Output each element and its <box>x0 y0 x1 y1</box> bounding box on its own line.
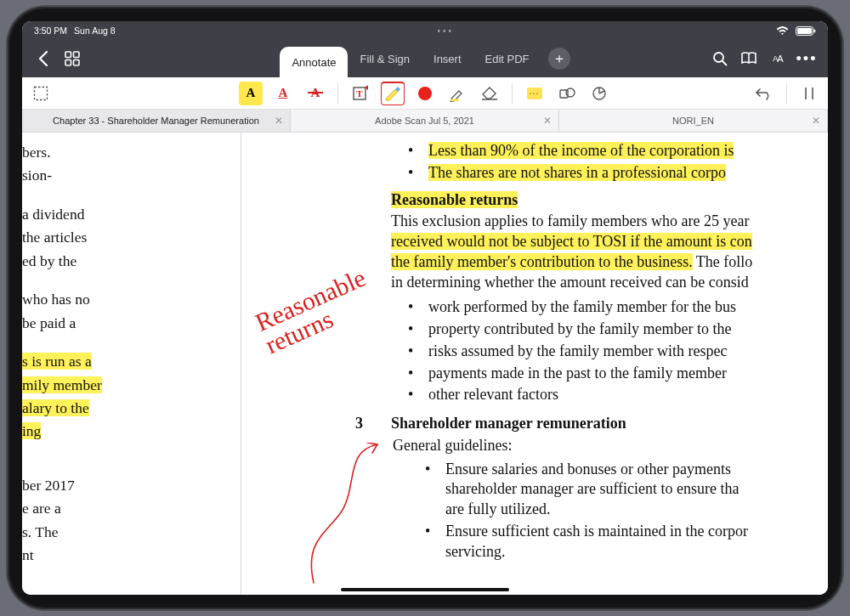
undo-icon[interactable] <box>752 82 776 105</box>
svg-rect-10 <box>35 87 48 99</box>
app-top-bar: Annotate Fill & Sign Insert Edit PDF ＋ A… <box>22 40 828 77</box>
doc-tab-2[interactable]: Adobe Scan Jul 5, 2021 ✕ <box>291 110 559 132</box>
toolbar-divider <box>337 83 338 104</box>
doc-tab-label: Chapter 33 - Shareholder Manager Remuner… <box>53 116 259 126</box>
text-line: received would not be subject to TOSI if… <box>391 233 752 250</box>
search-icon[interactable] <box>706 44 734 73</box>
text-line: bers. <box>22 143 235 162</box>
note-icon[interactable] <box>523 82 547 105</box>
close-icon[interactable]: ✕ <box>275 115 283 127</box>
close-icon[interactable]: ✕ <box>543 115 552 127</box>
add-tab-button[interactable]: ＋ <box>548 48 570 70</box>
text-line: who has no <box>22 290 235 309</box>
eraser-icon[interactable] <box>478 82 502 105</box>
bullet-item: Less than 90% of the income of the corpo… <box>428 141 828 161</box>
highlighter-fill-icon[interactable] <box>445 82 469 105</box>
svg-rect-13 <box>450 99 459 101</box>
toolbar-divider <box>512 83 513 104</box>
text-line: nt <box>22 545 235 565</box>
book-view-icon[interactable] <box>734 44 763 73</box>
close-toolbar-icon[interactable] <box>797 82 821 105</box>
text-line: in determining whether the amount receiv… <box>391 274 749 291</box>
more-icon[interactable]: ••• <box>792 44 821 73</box>
bullet-item: The shares are not shares in a professio… <box>428 163 828 184</box>
heading: Reasonable returns <box>391 190 828 211</box>
left-page-fragment[interactable]: bers. sion- a dividend the articles ed b… <box>22 133 241 595</box>
text-line: sion- <box>22 166 235 185</box>
strikethrough-text-icon[interactable]: A <box>303 82 327 105</box>
workspace[interactable]: bers. sion- a dividend the articles ed b… <box>22 133 828 595</box>
tab-fill-sign[interactable]: Fill & Sign <box>348 40 422 77</box>
text-line: ing <box>22 421 235 441</box>
shape-tool-icon[interactable] <box>555 82 579 105</box>
app-grid-icon[interactable] <box>58 44 87 73</box>
text-line: e are a <box>22 499 235 518</box>
svg-text:T: T <box>356 88 363 99</box>
bullet-item: payments made in the past to the family … <box>428 364 828 384</box>
text-line: ber 2017 <box>22 476 235 495</box>
text-line: the family member's contribution to the … <box>391 253 752 270</box>
text-box-icon[interactable]: T <box>348 82 372 105</box>
svg-rect-3 <box>65 52 71 58</box>
bullet-item: Ensure sufficient cash is maintained in … <box>445 522 828 562</box>
document-tabs: Chapter 33 - Shareholder Manager Remuner… <box>22 110 828 133</box>
text-line: s is run as a <box>22 352 235 371</box>
status-bar: 3:50 PM Sun Aug 8 ••• <box>22 21 828 40</box>
svg-rect-1 <box>797 28 812 34</box>
bullet-item: work performed by the family member for … <box>428 297 828 318</box>
text-size-icon[interactable]: AA <box>763 44 792 73</box>
bullet-item: property contributed by the family membe… <box>428 319 828 340</box>
battery-icon <box>796 26 816 36</box>
bullet-item: Ensure salaries and bonuses or other pay… <box>445 460 828 520</box>
doc-tab-1[interactable]: Chapter 33 - Shareholder Manager Remuner… <box>22 110 291 132</box>
doc-tab-3[interactable]: NORI_EN ✕ <box>559 110 828 132</box>
svg-rect-5 <box>65 60 71 66</box>
pie-shape-icon[interactable] <box>587 82 611 105</box>
svg-rect-6 <box>74 60 80 66</box>
highlight-text-icon[interactable]: A <box>239 82 263 105</box>
text-line: ed by the <box>22 251 235 271</box>
text-line: a dividend <box>22 205 235 224</box>
underline-text-icon[interactable]: A <box>271 82 295 105</box>
toolbar-divider <box>786 83 787 104</box>
main-page[interactable]: Reasonable returns Less than 90% of the … <box>241 133 828 595</box>
text-line: mily member <box>22 376 235 395</box>
highlighter-pen-icon[interactable] <box>381 82 405 105</box>
color-red-icon[interactable] <box>413 82 437 105</box>
handdrawn-line[interactable] <box>267 443 394 587</box>
svg-rect-4 <box>74 52 80 58</box>
wifi-icon <box>776 26 789 36</box>
text-line: s. The <box>22 523 235 542</box>
status-date: Sun Aug 8 <box>74 25 115 36</box>
text-line: This exclusion applies to family members… <box>391 212 749 229</box>
doc-tab-label: Adobe Scan Jul 5, 2021 <box>375 116 474 126</box>
section-heading: 3 Shareholder manager remuneration <box>391 414 828 434</box>
status-time: 3:50 PM <box>34 25 67 36</box>
home-indicator[interactable] <box>341 588 509 591</box>
text-line: General guidelines: <box>393 436 828 456</box>
tab-edit-pdf[interactable]: Edit PDF <box>473 40 541 77</box>
tab-annotate[interactable]: Annotate <box>280 47 348 77</box>
text-line: alary to the <box>22 398 235 418</box>
text-line: the articles <box>22 228 235 247</box>
ipad-frame: 3:50 PM Sun Aug 8 ••• Annotat <box>8 7 842 609</box>
tab-insert[interactable]: Insert <box>422 40 473 77</box>
bullet-item: other relevant factors <box>428 385 828 405</box>
back-button[interactable] <box>29 44 58 73</box>
annotate-toolbar: A A A T <box>22 77 828 110</box>
bullet-item: risks assumed by the family member with … <box>428 342 828 362</box>
multitask-dots-icon[interactable]: ••• <box>116 26 776 36</box>
doc-tab-label: NORI_EN <box>672 116 714 126</box>
svg-point-7 <box>714 53 723 62</box>
screen: 3:50 PM Sun Aug 8 ••• Annotat <box>22 21 828 595</box>
svg-line-8 <box>722 61 727 65</box>
close-icon[interactable]: ✕ <box>812 115 820 127</box>
svg-rect-2 <box>814 29 816 32</box>
text-line: be paid a <box>22 314 235 333</box>
select-rect-icon[interactable] <box>29 82 53 105</box>
